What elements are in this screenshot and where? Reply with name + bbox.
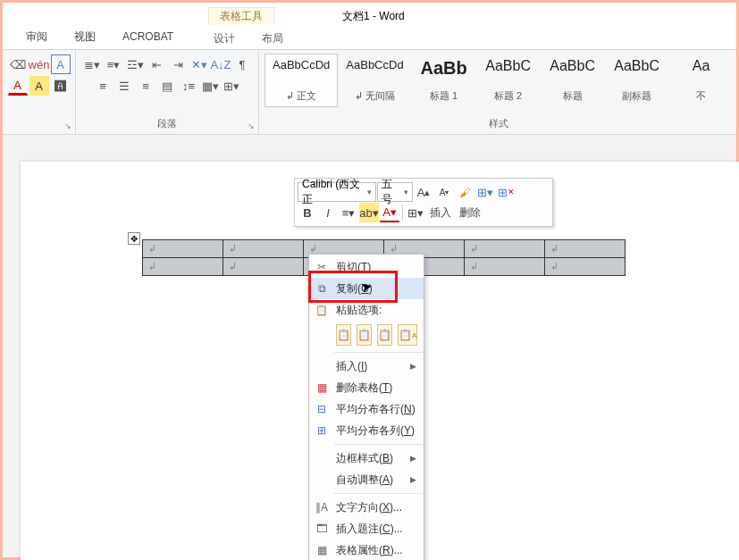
paragraph-group-label: 段落 <box>157 117 177 130</box>
ctx-border-style[interactable]: 边框样式(B)▶ <box>309 447 424 469</box>
paste-merge-formatting[interactable]: 📋 <box>357 324 372 346</box>
tab-view[interactable]: 视图 <box>69 26 101 48</box>
ctx-distribute-cols[interactable]: ⊞平均分布各列(Y) <box>309 420 424 441</box>
highlight-icon[interactable]: A <box>29 76 49 96</box>
paste-picture[interactable]: 📋 <box>377 324 392 346</box>
document-title: 文档1 - Word <box>342 9 405 24</box>
tab-layout[interactable]: 布局 <box>256 28 289 50</box>
delete-table-icon: ▦ <box>315 381 329 394</box>
caption-icon: 🗔 <box>315 522 329 535</box>
paste-keep-formatting[interactable]: 📋 <box>336 324 351 346</box>
grow-font-icon[interactable]: A▴ <box>414 182 433 202</box>
paste-icon <box>315 304 329 316</box>
shrink-font-icon[interactable]: A▾ <box>434 182 454 202</box>
show-marks-icon[interactable]: ¶ <box>232 54 252 74</box>
font-color-icon[interactable]: A <box>8 76 28 96</box>
align-right-icon[interactable]: ≡ <box>136 76 155 96</box>
ctx-insert-caption[interactable]: 🗔插入题注(C)... <box>309 518 424 539</box>
paste-text-only[interactable]: 📋A <box>398 324 417 346</box>
increase-indent-icon[interactable]: ⇥ <box>168 54 188 74</box>
ctx-paste-options-label: 粘贴选项: <box>309 299 424 321</box>
style-5[interactable]: AaBbC副标题 <box>605 54 669 107</box>
size-selector[interactable]: 五号▾ <box>377 182 413 202</box>
table-delete-icon[interactable]: ⊞✕ <box>496 182 516 202</box>
style-0[interactable]: AaBbCcDd↲ 正文 <box>265 54 338 107</box>
italic-icon[interactable]: I <box>318 203 338 222</box>
context-menu: 剪切(T) 复制(C) 粘贴选项: 📋 📋 📋 📋A 插入(I)▶ ▦删除表格(… <box>308 254 424 560</box>
format-painter-icon[interactable]: 🖌 <box>455 182 474 202</box>
asian-layout-icon[interactable]: ✕▾ <box>189 54 209 74</box>
highlight-icon[interactable]: ab▾ <box>359 203 379 222</box>
style-6[interactable]: Aa不 <box>669 54 734 107</box>
style-4[interactable]: AaBbC标题 <box>541 54 605 107</box>
ctx-text-direction[interactable]: ∥A文字方向(X)... <box>309 497 424 518</box>
char-shading-icon[interactable]: 🅰 <box>51 76 71 96</box>
ctx-cut[interactable]: 剪切(T) <box>309 256 424 278</box>
align-icon[interactable]: ≡▾ <box>339 203 358 222</box>
style-3[interactable]: AaBbC标题 2 <box>476 54 541 107</box>
tab-acrobat[interactable]: ACROBAT <box>117 27 179 46</box>
table-insert-icon[interactable]: ⊞▾ <box>475 182 495 202</box>
sort-icon[interactable]: A↓Z <box>211 54 231 74</box>
styles-group-label: 样式 <box>489 117 508 130</box>
bold-icon[interactable]: B <box>298 203 317 222</box>
justify-icon[interactable]: ▤ <box>157 76 177 96</box>
table-move-handle[interactable]: ✥ <box>128 232 140 245</box>
char-border-icon[interactable]: A <box>51 54 71 74</box>
phonetic-icon[interactable]: wén <box>29 54 49 74</box>
shading-icon[interactable]: ⊞▾ <box>406 203 425 222</box>
ctx-distribute-rows[interactable]: ⊟平均分布各行(N) <box>309 398 424 420</box>
dialog-launcher-icon[interactable]: ↘ <box>64 121 71 130</box>
font-color-icon[interactable]: A▾ <box>380 203 399 222</box>
shading-icon[interactable]: ▦▾ <box>200 76 220 96</box>
ctx-delete-table[interactable]: ▦删除表格(T) <box>309 377 424 398</box>
line-spacing-icon[interactable]: ↕≡ <box>179 76 198 96</box>
borders-icon[interactable]: ⊞▾ <box>222 76 241 96</box>
bullets-icon[interactable]: ≣▾ <box>82 54 102 74</box>
ctx-copy[interactable]: 复制(C) <box>309 278 424 299</box>
insert-button[interactable]: 插入 <box>426 203 455 222</box>
dist-cols-icon: ⊞ <box>315 424 329 437</box>
dist-rows-icon: ⊟ <box>315 403 329 415</box>
multilevel-icon[interactable]: ☲▾ <box>125 54 145 74</box>
delete-button[interactable]: 删除 <box>456 203 484 222</box>
ctx-insert[interactable]: 插入(I)▶ <box>309 355 424 377</box>
ctx-autofit[interactable]: 自动调整(A)▶ <box>309 469 424 490</box>
style-2[interactable]: AaBb标题 1 <box>412 54 476 107</box>
text-dir-icon: ∥A <box>315 501 329 514</box>
mini-toolbar: Calibri (西文正▾ 五号▾ A▴ A▾ 🖌 ⊞▾ ⊞✕ B I ≡▾ a… <box>294 178 553 227</box>
align-center-icon[interactable]: ☰ <box>114 76 134 96</box>
scissors-icon <box>315 261 329 273</box>
decrease-indent-icon[interactable]: ⇤ <box>147 54 166 74</box>
tab-design[interactable]: 设计 <box>208 28 240 50</box>
dialog-launcher-icon[interactable]: ↘ <box>248 121 255 130</box>
style-1[interactable]: AaBbCcDd↲ 无间隔 <box>338 54 411 107</box>
font-selector[interactable]: Calibri (西文正▾ <box>298 182 376 202</box>
copy-icon <box>315 282 329 295</box>
align-left-icon[interactable]: ≡ <box>93 76 113 96</box>
props-icon: ▦ <box>315 544 329 556</box>
numbering-icon[interactable]: ≡▾ <box>104 54 123 74</box>
ctx-table-properties[interactable]: ▦表格属性(R)... <box>309 539 424 560</box>
clear-format-icon[interactable]: ⌫ <box>8 54 28 74</box>
table-tools-label: 表格工具 <box>208 7 274 25</box>
tab-review[interactable]: 审阅 <box>21 26 53 48</box>
